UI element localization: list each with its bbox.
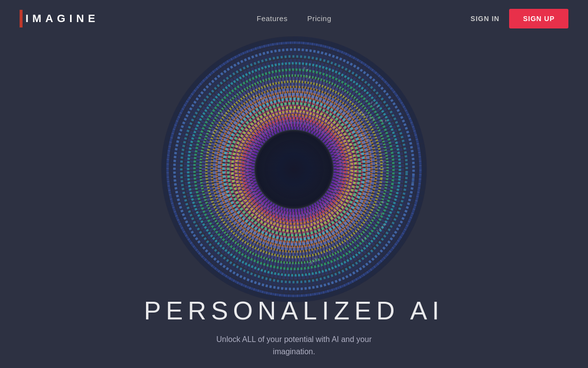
circular-visualization: 4 9 0 1 0 6 1 8 0 1 1 2 4 6 2 3 1 4 9 1 … xyxy=(152,27,436,312)
sign-in-button[interactable]: SIGN IN xyxy=(470,15,499,23)
nav-features[interactable]: Features xyxy=(257,14,288,23)
hero-title: PERSONALIZED AI xyxy=(122,296,466,325)
logo: IMAGINE xyxy=(20,10,99,27)
svg-text:6 2: 6 2 xyxy=(358,111,364,115)
hero-subtitle: Unlock ALL of your potential with AI and… xyxy=(122,333,466,358)
svg-text:7 0 1: 7 0 1 xyxy=(218,111,227,115)
hero-section: 4 9 0 1 0 6 1 8 0 1 1 2 4 6 2 3 1 4 9 1 … xyxy=(0,0,588,368)
nav-pricing[interactable]: Pricing xyxy=(307,14,331,23)
hero-subtitle-line1: Unlock ALL of your potential with AI and… xyxy=(217,335,372,343)
logo-text: IMAGINE xyxy=(25,12,99,25)
svg-point-70 xyxy=(256,131,332,208)
nav-right: SIGN IN SIGN UP xyxy=(470,9,568,28)
hero-text-block: PERSONALIZED AI Unlock ALL of your poten… xyxy=(122,296,466,358)
logo-bar xyxy=(20,10,23,27)
svg-text:4 8 2: 4 8 2 xyxy=(209,130,218,134)
hero-subtitle-line2: imagination. xyxy=(273,347,315,356)
navbar: IMAGINE Features Pricing SIGN IN SIGN UP xyxy=(0,0,588,37)
sign-up-button[interactable]: SIGN UP xyxy=(509,9,568,28)
svg-text:4 9: 4 9 xyxy=(378,166,384,171)
nav-links: Features Pricing xyxy=(257,14,332,23)
